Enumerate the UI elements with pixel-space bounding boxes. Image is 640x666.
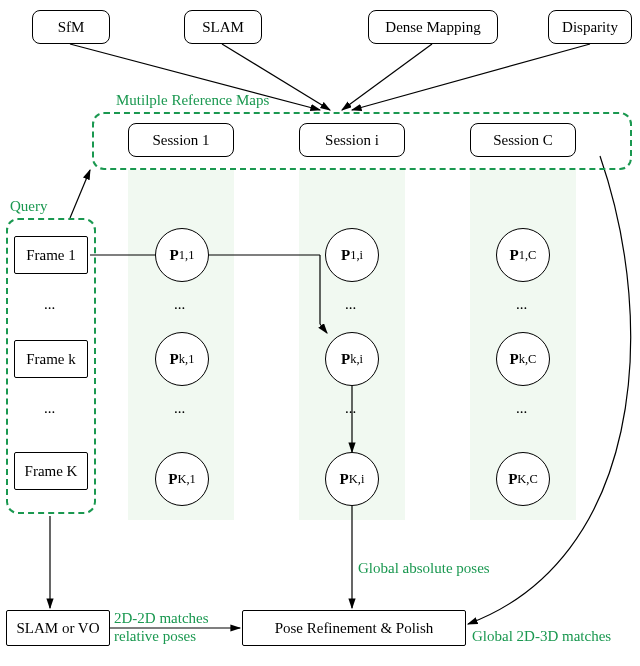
col1-el1: ...	[174, 296, 185, 313]
frame-1-label: Frame 1	[26, 247, 76, 264]
session-c: Session C	[470, 123, 576, 157]
pose-k-1: Pk,1	[155, 332, 209, 386]
edge-global-abs: Global absolute poses	[358, 560, 490, 577]
slam-vo: SLAM or VO	[6, 610, 110, 646]
edge-2d2d: 2D-2D matches	[114, 610, 209, 627]
pose-k-c: Pk,C	[496, 332, 550, 386]
edge-relposes: relative poses	[114, 628, 196, 645]
col1-el2: ...	[174, 400, 185, 417]
pose-1-c-sub: 1,C	[519, 248, 537, 263]
frame-K-label: Frame K	[25, 463, 78, 480]
session-i-label: Session i	[325, 132, 379, 149]
source-sfm-label: SfM	[58, 19, 85, 36]
svg-line-4	[70, 170, 90, 218]
session-c-label: Session C	[493, 132, 553, 149]
source-slam: SLAM	[184, 10, 262, 44]
frame-el1: ...	[44, 296, 55, 313]
pose-K-1-sub: K,1	[177, 472, 195, 487]
pose-1-1-sub: 1,1	[179, 248, 195, 263]
pose-K-i-sub: K,i	[349, 472, 365, 487]
pose-k-c-sub: k,C	[519, 352, 537, 367]
edge-global23: Global 2D-3D matches	[472, 628, 611, 645]
frame-el2: ...	[44, 400, 55, 417]
session-1-label: Session 1	[152, 132, 209, 149]
query-label: Query	[10, 198, 48, 215]
source-dense: Dense Mapping	[368, 10, 498, 44]
refmaps-label: Mutilple Reference Maps	[116, 92, 269, 109]
frame-k-label: Frame k	[26, 351, 76, 368]
session-i: Session i	[299, 123, 405, 157]
frame-1: Frame 1	[14, 236, 88, 274]
svg-line-7	[320, 324, 327, 333]
coli-el2: ...	[345, 400, 356, 417]
source-sfm: SfM	[32, 10, 110, 44]
pose-1-1: P1,1	[155, 228, 209, 282]
pose-K-1: PK,1	[155, 452, 209, 506]
pose-K-c: PK,C	[496, 452, 550, 506]
pose-K-i: PK,i	[325, 452, 379, 506]
source-dense-label: Dense Mapping	[385, 19, 480, 36]
source-slam-label: SLAM	[202, 19, 244, 36]
arrows-layer	[0, 0, 640, 666]
slam-vo-label: SLAM or VO	[16, 620, 99, 637]
pose-k-i: Pk,i	[325, 332, 379, 386]
source-disparity: Disparity	[548, 10, 632, 44]
pose-1-c: P1,C	[496, 228, 550, 282]
pose-k-i-sub: k,i	[350, 352, 363, 367]
frame-k: Frame k	[14, 340, 88, 378]
frame-K: Frame K	[14, 452, 88, 490]
coli-el1: ...	[345, 296, 356, 313]
source-disparity-label: Disparity	[562, 19, 618, 36]
colc-el1: ...	[516, 296, 527, 313]
pose-1-i-sub: 1,i	[350, 248, 363, 263]
pose-K-c-sub: K,C	[517, 472, 538, 487]
refine-box: Pose Refinement & Polish	[242, 610, 466, 646]
pose-1-i: P1,i	[325, 228, 379, 282]
refine-label: Pose Refinement & Polish	[275, 620, 434, 637]
session-1: Session 1	[128, 123, 234, 157]
pose-k-1-sub: k,1	[179, 352, 195, 367]
colc-el2: ...	[516, 400, 527, 417]
